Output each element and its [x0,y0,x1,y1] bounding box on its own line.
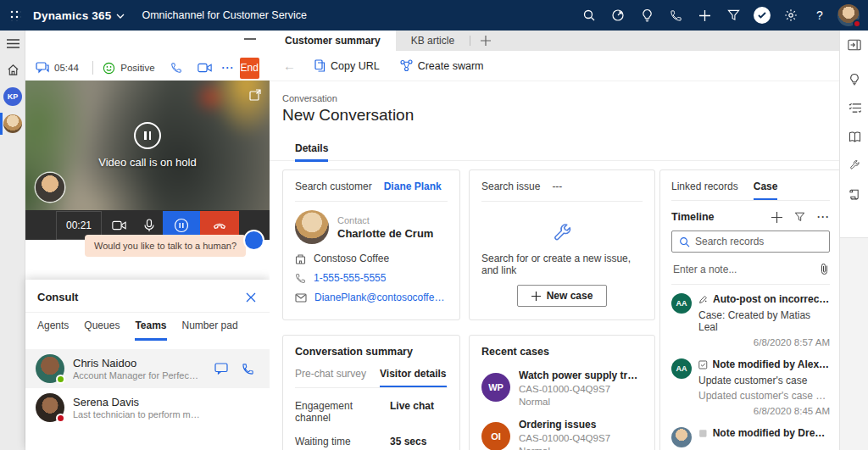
wrench-icon [551,222,573,244]
card-title: Recent cases [481,346,643,358]
tab-agents[interactable]: Agents [37,319,69,341]
voice-call-icon[interactable] [165,60,187,75]
expand-video-icon[interactable] [249,89,261,101]
search-customer-label: Search customer [295,181,372,192]
tab-pre-chat-survey[interactable]: Pre-chat survey [295,368,366,387]
person-subtitle: Account Manager for PerfectAir 11200 [73,370,200,381]
settings-gear-icon[interactable] [776,0,805,31]
consult-person-row[interactable]: Serena Davis Last technician to perform … [25,388,270,427]
timeline-entry[interactable]: Note modified by Drew Ferc... [671,427,830,447]
help-icon[interactable]: ? [805,0,834,31]
more-commands-icon[interactable]: ··· [817,211,830,223]
video-call-view: Video call is on hold [25,81,270,210]
case-list-item[interactable]: OI Ordering issues CAS-01000-Q4Q9S7 Norm… [481,419,643,450]
email-icon [295,293,307,303]
insights-lightbulb-icon[interactable] [632,0,661,31]
tab-details[interactable]: Details [295,142,328,162]
smart-assist-lightbulb-icon[interactable] [840,64,868,93]
home-icon[interactable] [0,56,25,83]
tab-visitor-details[interactable]: Visitor details [380,368,446,387]
app-tabstrip: Customer summary KB article [270,31,839,51]
person-name: Serena Davis [73,396,200,410]
search-icon[interactable] [575,0,604,31]
recent-cases-card: Recent cases WP Watch power supply troub… [469,335,655,450]
agent-scripts-checklist-icon[interactable] [840,93,868,122]
entry-date: 6/8/2020 8:57 AM [698,337,830,347]
more-options-icon[interactable]: ··· [222,62,235,74]
tab-number-pad[interactable]: Number pad [182,319,238,341]
timeline-search-box[interactable] [671,231,830,253]
presence-busy-dot [56,414,65,423]
filter-icon[interactable] [719,0,748,31]
company-name: Constoso Coffee [314,253,389,264]
phone-icon[interactable] [661,0,690,31]
search-icon [679,236,690,247]
video-call-icon[interactable] [192,61,217,75]
end-call-button[interactable]: End [240,58,259,79]
session-avatar-active[interactable] [0,110,25,137]
case-list-item[interactable]: WP Watch power supply troublesh... CAS-0… [481,369,643,407]
email-link[interactable]: DianePlank@contosocoffee.com [314,292,448,303]
tab-linked-records[interactable]: Linked records [671,181,738,200]
note-entry-field[interactable]: Enter a note... [673,263,828,275]
filter-icon[interactable] [794,212,805,222]
field-value: Live chat [390,400,434,424]
avatar [36,393,64,422]
company-icon [295,253,306,264]
note-checkbox-icon [698,428,708,439]
copy-url-button[interactable]: Copy URL [306,55,388,76]
avatar [36,354,64,383]
consult-person-row[interactable]: Chris Naidoo Account Manager for Perfect… [25,349,270,388]
consult-tabs: Agents Queues Teams Number pad [25,312,270,341]
menu-hamburger-icon[interactable] [0,31,25,56]
tab-teams[interactable]: Teams [135,319,166,341]
waffle-icon[interactable] [9,9,21,21]
chevron-down-icon[interactable] [116,14,125,19]
entry-avatar [671,427,692,447]
tab-queues[interactable]: Queues [84,319,120,341]
page-title: New Conversation [282,106,414,125]
new-tab-icon[interactable] [470,31,501,51]
tab-customer-summary[interactable]: Customer summary [270,31,396,51]
add-record-icon[interactable] [771,212,782,223]
session-avatar-kp[interactable]: KP [0,83,25,110]
phone-link[interactable]: 1-555-555-5555 [314,272,386,284]
entry-preview: Updated customer's case with the... [698,390,830,402]
chat-icon[interactable] [214,363,228,375]
new-case-button[interactable]: New case [517,285,608,307]
user-avatar[interactable] [837,4,860,26]
customer-link[interactable]: Diane Plank [384,181,442,192]
tab-kb-article[interactable]: KB article [396,31,470,51]
video-hold-text: Video call is on hold [98,156,196,169]
left-app-rail: KP [0,31,25,450]
call-icon[interactable] [242,363,254,375]
collapse-panel-icon[interactable] [244,38,256,40]
session-panel: 05:44 Positive ··· End Video call is on … [25,31,270,450]
timeline-entry[interactable]: AA Note modified by Alex Allma... Update… [671,358,830,416]
create-swarm-button[interactable]: Create swarm [392,55,492,76]
auto-post-pen-icon [698,294,708,305]
productivity-wrench-icon[interactable] [840,151,868,180]
customer-card: Search customer Diane Plank Contact Char… [282,169,460,320]
presence-status-icon[interactable] [748,0,776,31]
add-icon[interactable] [690,0,719,31]
chat-message-bubble: Would you like to talk to a human? [85,235,246,257]
tab-case[interactable]: Case [754,181,778,200]
knowledge-book-icon[interactable] [840,122,868,151]
close-icon[interactable] [246,292,256,303]
quick-create-icon[interactable] [604,0,632,31]
search-records-input[interactable] [695,236,822,247]
macros-scroll-icon[interactable] [840,180,868,208]
entry-date: 6/8/2020 8:45 AM [698,406,830,416]
brand-title[interactable]: Dynamics 365 [33,9,111,22]
back-arrow-icon[interactable]: ← [276,58,303,73]
case-title: Ordering issues [519,419,610,431]
person-name: Chris Naidoo [73,357,200,371]
timeline-entry[interactable]: AA Auto-post on incorrect order Case: Cr… [671,293,830,347]
issue-value[interactable]: --- [552,181,562,192]
field-label: Engagement channel [295,400,390,424]
top-navbar: Dynamics 365 Omnichannel for Customer Se… [0,0,868,31]
entry-detail: Update customer's case [698,375,830,386]
search-issue-label: Search issue [481,181,540,192]
collapse-pane-icon[interactable] [840,31,868,59]
